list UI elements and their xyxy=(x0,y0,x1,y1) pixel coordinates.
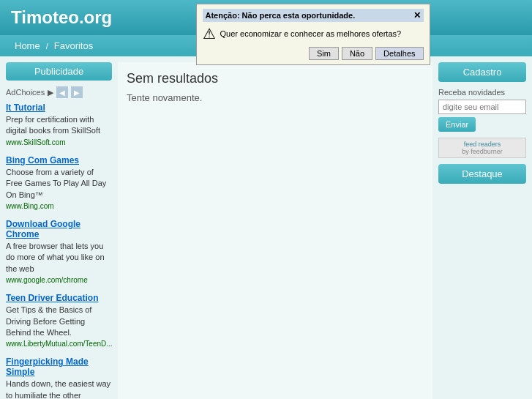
site-title: Timoteo.org xyxy=(11,7,112,28)
sidebar-ad-5-title[interactable]: Fingerpicking Made Simple xyxy=(6,357,112,377)
sidebar-ad-3: Download Google Chrome A free browser th… xyxy=(6,219,112,284)
sidebar-ad-1: It Tutorial Prep for certification with … xyxy=(6,102,112,146)
feedburner-sub: by feedburner xyxy=(443,148,522,155)
ad-nav-next[interactable]: ▶ xyxy=(71,86,83,98)
nav-home[interactable]: Home xyxy=(9,39,46,53)
email-input[interactable] xyxy=(438,100,526,114)
ad-choices-bar: AdChoices ▶ ◀ ▶ xyxy=(6,86,112,98)
destaque-button[interactable]: Destaque xyxy=(438,164,526,184)
ad-question-text: Quer economizar e conhecer as melhores o… xyxy=(220,29,402,38)
sidebar-ad-2-desc: Choose from a variety of Free Games To P… xyxy=(6,167,112,201)
nav-favoritos[interactable]: Favoritos xyxy=(48,39,99,53)
ad-banner-popup: Atenção: Não perca esta oportunidade. ✕ … xyxy=(196,4,430,65)
sidebar-ad-5: Fingerpicking Made Simple Hands down, th… xyxy=(6,357,112,399)
sidebar-ad-1-title[interactable]: It Tutorial xyxy=(6,102,112,113)
enviar-button[interactable]: Enviar xyxy=(438,117,476,132)
sidebar-ad-3-url: www.google.com/chrome xyxy=(6,276,112,284)
feedburner-text: feed readers xyxy=(443,141,522,148)
ad-close-button[interactable]: ✕ xyxy=(413,10,421,20)
ad-banner-title: Atenção: Não perca esta oportunidade. xyxy=(206,11,356,20)
sidebar-ad-1-url: www.SkillSoft.com xyxy=(6,138,112,146)
sidebar-ad-1-desc: Prep for certification with digital book… xyxy=(6,114,112,137)
sidebar-ad-4: Teen Driver Education Get Tips & the Bas… xyxy=(6,293,112,348)
no-results-heading: Sem resultados xyxy=(127,71,424,86)
publicidade-label: Publicidade xyxy=(6,62,112,81)
sidebar-ad-3-title[interactable]: Download Google Chrome xyxy=(6,219,112,239)
sidebar-ad-2-title[interactable]: Bing Com Games xyxy=(6,155,112,165)
ad-details-button[interactable]: Detalhes xyxy=(375,47,423,60)
ad-choices-icon: ▶ xyxy=(48,88,53,97)
ad-nao-button[interactable]: Não xyxy=(342,47,372,60)
sidebar-ad-5-desc: Hands down, the easiest way to humiliate… xyxy=(6,379,112,399)
sidebar-ad-2: Bing Com Games Choose from a variety of … xyxy=(6,155,112,210)
sidebar-ad-4-title[interactable]: Teen Driver Education xyxy=(6,293,112,303)
feedburner-badge: feed readers by feedburner xyxy=(438,138,526,158)
main-content: Sem resultados Tente novamente. xyxy=(118,62,432,399)
ad-warning-icon: ⚠ xyxy=(203,25,216,42)
cadastro-button[interactable]: Cadastro xyxy=(438,62,526,82)
ad-nav-prev[interactable]: ◀ xyxy=(56,86,68,98)
sidebar-ad-4-desc: Get Tips & the Basics of Driving Before … xyxy=(6,305,112,338)
main-layout: Publicidade AdChoices ▶ ◀ ▶ It Tutorial … xyxy=(0,56,532,399)
receba-label: Receba novidades xyxy=(438,88,526,97)
right-sidebar: Cadastro Receba novidades Enviar feed re… xyxy=(438,62,526,399)
sidebar-ad-3-desc: A free browser that lets you do more of … xyxy=(6,241,112,275)
sidebar-ad-2-url: www.Bing.com xyxy=(6,202,112,210)
sidebar-ad-4-url: www.LibertyMutual.com/TeenD... xyxy=(6,340,112,348)
no-results-subtext: Tente novamente. xyxy=(127,92,424,103)
left-sidebar: Publicidade AdChoices ▶ ◀ ▶ It Tutorial … xyxy=(6,62,112,399)
ad-sim-button[interactable]: Sim xyxy=(309,47,339,60)
ad-choices-label: AdChoices xyxy=(6,88,45,97)
